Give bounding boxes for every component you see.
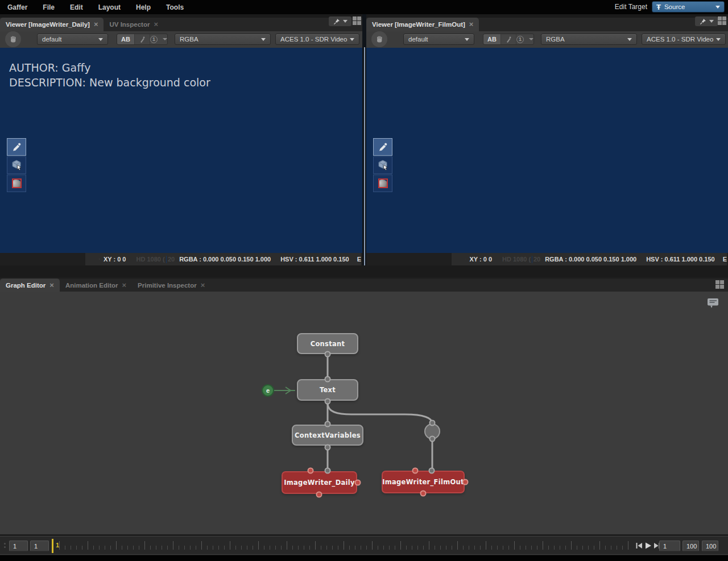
- menu-layout[interactable]: Layout: [98, 3, 121, 11]
- layout-grid-icon[interactable]: [718, 16, 727, 26]
- selection-tool-button[interactable]: [373, 156, 392, 174]
- plug-text-in[interactable]: [325, 376, 331, 383]
- pin-icon: [700, 18, 706, 25]
- close-icon[interactable]: ×: [154, 22, 158, 27]
- current-frame-field-left[interactable]: 1: [30, 541, 49, 551]
- tab-animation-editor[interactable]: Animation Editor ×: [60, 279, 132, 292]
- view-select-value: default: [408, 36, 428, 43]
- pin-menu-button[interactable]: [695, 16, 718, 26]
- wipe-brush-icon: [505, 36, 512, 43]
- wipe-tool-button[interactable]: [135, 34, 150, 44]
- pin-menu-button[interactable]: [329, 16, 351, 26]
- layout-grid-icon[interactable]: [715, 280, 725, 289]
- tab-primitive-inspector[interactable]: Primitive Inspector ×: [132, 279, 210, 292]
- plug-filmout-aux-right[interactable]: [462, 479, 469, 485]
- plug-filmout-in[interactable]: [429, 468, 435, 474]
- horizontal-splitter[interactable]: [0, 265, 728, 277]
- skip-to-start-button[interactable]: [635, 542, 643, 549]
- plug-filmout-out[interactable]: [420, 491, 427, 497]
- menu-bar: Gaffer File Edit Layout Help Tools Edit …: [0, 0, 728, 14]
- frame-ruler[interactable]: [59, 539, 630, 552]
- viewport-filmout[interactable]: [366, 48, 728, 253]
- end-frame-limit-field[interactable]: 100: [702, 541, 718, 551]
- start-frame-field[interactable]: 1: [9, 541, 28, 551]
- plug-daily-aux-top[interactable]: [308, 468, 314, 474]
- plug-daily-aux-right[interactable]: [355, 480, 361, 486]
- crop-region-icon: [12, 178, 22, 188]
- node-expression[interactable]: e: [262, 384, 274, 397]
- channels-dropdown[interactable]: RGBA: [175, 34, 271, 45]
- close-icon[interactable]: ×: [94, 22, 98, 27]
- overlay-description-line: DESCRIPTION: New background color: [9, 75, 210, 90]
- close-icon[interactable]: ×: [49, 282, 54, 288]
- tab-label: Animation Editor: [65, 282, 118, 289]
- menu-help[interactable]: Help: [136, 3, 151, 11]
- plug-dot-out[interactable]: [429, 436, 436, 442]
- drag-hand-button[interactable]: [371, 31, 387, 47]
- ab-compare-button[interactable]: AB: [483, 34, 501, 44]
- chevron-down-icon: [709, 20, 714, 23]
- plug-contextvariables-out[interactable]: [325, 444, 331, 451]
- pixel-color-swatch: [532, 256, 532, 263]
- chevron-down-icon: [627, 38, 632, 41]
- ab-compare-button[interactable]: AB: [117, 34, 135, 44]
- plug-filmout-aux-top[interactable]: [412, 468, 419, 474]
- menu-file[interactable]: File: [43, 3, 55, 11]
- color-picker-tool-button[interactable]: [7, 138, 26, 156]
- chevron-down-icon: [163, 38, 167, 40]
- display-transform-dropdown[interactable]: ACES 1.0 - SDR Video: [275, 34, 359, 45]
- viewer-row: Viewer [ImageWriter_Daily] × UV Inspecto…: [0, 14, 728, 265]
- plug-daily-in[interactable]: [325, 468, 331, 474]
- compare-image-button[interactable]: 1: [150, 34, 167, 44]
- close-icon[interactable]: ×: [469, 22, 474, 27]
- view-select-dropdown[interactable]: default: [37, 34, 108, 45]
- crop-window-tool-button[interactable]: [373, 174, 392, 192]
- drag-hand-button[interactable]: [5, 31, 21, 47]
- plug-text-out[interactable]: [325, 398, 331, 405]
- plug-dot-in[interactable]: [429, 420, 436, 426]
- plug-contextvariables-in[interactable]: [325, 421, 331, 427]
- status-xy: XY : 0 0: [470, 256, 493, 263]
- end-frame-field[interactable]: 100: [682, 541, 699, 551]
- menu-gaffer[interactable]: Gaffer: [7, 3, 27, 11]
- chevron-down-icon: [98, 38, 103, 41]
- tab-viewer-imagewriter-daily[interactable]: Viewer [ImageWriter_Daily] ×: [0, 18, 104, 31]
- play-button[interactable]: [644, 542, 652, 549]
- layout-grid-icon[interactable]: [353, 16, 362, 26]
- display-transform-value: ACES 1.0 - SDR Video: [280, 36, 347, 43]
- node-contextvariables[interactable]: ContextVariables: [292, 425, 363, 446]
- wipe-tool-button[interactable]: [501, 34, 516, 44]
- menu-tools[interactable]: Tools: [166, 3, 184, 11]
- color-picker-tool-button[interactable]: [373, 138, 392, 156]
- close-icon[interactable]: ×: [122, 282, 127, 288]
- tab-uv-inspector[interactable]: UV Inspector ×: [104, 18, 164, 31]
- edit-target-dropdown[interactable]: Ŧ Source: [652, 1, 725, 13]
- plug-daily-out[interactable]: [316, 492, 322, 498]
- bottom-tabbar: Graph Editor × Animation Editor × Primit…: [0, 279, 728, 292]
- node-imagewriter-daily[interactable]: ImageWriter_Daily: [282, 471, 357, 494]
- tab-viewer-imagewriter-filmout[interactable]: Viewer [ImageWriter_FilmOut] ×: [366, 18, 479, 31]
- vertical-splitter[interactable]: [362, 14, 366, 265]
- plug-constant-out[interactable]: [325, 351, 331, 358]
- tab-graph-editor[interactable]: Graph Editor ×: [0, 279, 60, 292]
- channels-dropdown[interactable]: RGBA: [541, 34, 637, 45]
- selection-tool-button[interactable]: [7, 156, 26, 174]
- graph-wires: [0, 292, 728, 534]
- viewport-daily[interactable]: AUTHOR: Gaffy DESCRIPTION: New backgroun…: [0, 48, 362, 253]
- status-format-dim: HD 1080 (: [502, 256, 531, 263]
- close-icon[interactable]: ×: [201, 282, 205, 288]
- status-xy: XY : 0 0: [104, 256, 126, 263]
- menu-edit[interactable]: Edit: [70, 3, 83, 11]
- timeline-grip-handle[interactable]: [4, 543, 6, 550]
- crop-window-tool-button[interactable]: [7, 174, 26, 192]
- view-select-dropdown[interactable]: default: [403, 34, 474, 45]
- compare-image-button[interactable]: 1: [516, 34, 533, 44]
- tab-label: Viewer [ImageWriter_Daily]: [6, 21, 90, 28]
- viewer-daily-tabbar: Viewer [ImageWriter_Daily] × UV Inspecto…: [0, 18, 362, 31]
- display-transform-dropdown[interactable]: ACES 1.0 - SDR Video: [642, 34, 726, 45]
- current-frame-field-right[interactable]: 1: [659, 541, 680, 551]
- tab-label: Graph Editor: [6, 282, 46, 289]
- node-text[interactable]: Text: [297, 379, 358, 401]
- edit-target-label: Edit Target: [615, 3, 647, 11]
- playhead-marker[interactable]: [52, 539, 53, 553]
